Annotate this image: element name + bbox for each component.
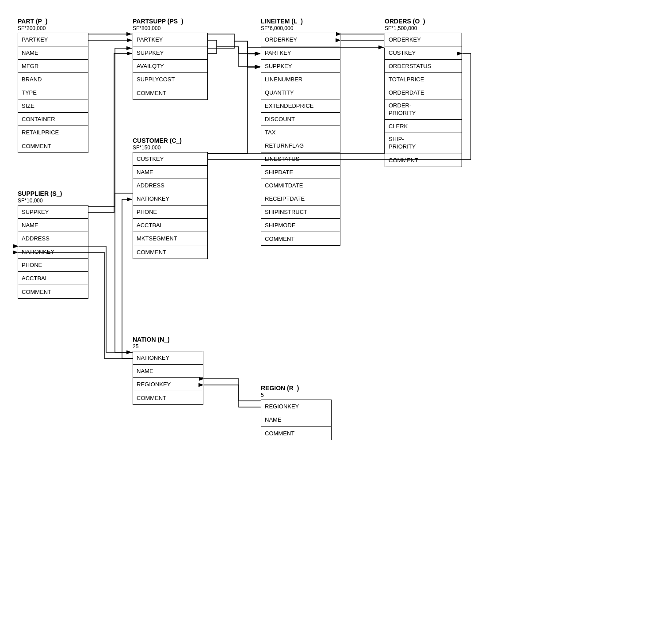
- region-fields: REGIONKEY NAME COMMENT: [261, 400, 332, 440]
- table-nation: NATION (N_) 25 NATIONKEY NAME REGIONKEY …: [133, 336, 203, 405]
- supplier-field-suppkey: SUPPKEY: [18, 206, 88, 219]
- lineitem-field-suppkey: SUPPKEY: [261, 60, 340, 73]
- region-field-regionkey: REGIONKEY: [261, 400, 331, 413]
- partsupp-field-suppkey: SUPPKEY: [133, 46, 207, 60]
- lineitem-field-shipmode: SHIPMODE: [261, 219, 340, 232]
- lineitem-field-quantity: QUANTITY: [261, 86, 340, 99]
- part-field-size: SIZE: [18, 99, 88, 113]
- lineitem-field-comment: COMMENT: [261, 232, 340, 245]
- lineitem-field-linenumber: LINENUMBER: [261, 73, 340, 86]
- part-field-name: NAME: [18, 46, 88, 60]
- orders-fields: ORDERKEY CUSTKEY ORDERSTATUS TOTALPRICE …: [385, 33, 462, 167]
- partsupp-fields: PARTKEY SUPPKEY AVAILQTY SUPPLYCOST COMM…: [133, 33, 208, 100]
- partsupp-field-comment: COMMENT: [133, 86, 207, 99]
- table-supplier: SUPPLIER (S_) SF*10,000 SUPPKEY NAME ADD…: [18, 190, 88, 299]
- lineitem-field-tax: TAX: [261, 126, 340, 139]
- supplier-field-address: ADDRESS: [18, 232, 88, 245]
- nation-field-comment: COMMENT: [133, 391, 203, 404]
- partsupp-field-availqty: AVAILQTY: [133, 60, 207, 73]
- lineitem-fields: ORDERKEY PARTKEY SUPPKEY LINENUMBER QUAN…: [261, 33, 340, 246]
- customer-sf: SF*150,000: [133, 145, 208, 151]
- customer-field-acctbal: ACCTBAL: [133, 219, 207, 232]
- part-field-container: CONTAINER: [18, 113, 88, 126]
- orders-sf: SF*1,500,000: [385, 25, 462, 31]
- arr-supplier-partsupp: [88, 53, 132, 213]
- nation-field-nationkey: NATIONKEY: [133, 351, 203, 365]
- customer-field-nationkey: NATIONKEY: [133, 192, 207, 206]
- part-title: PART (P_): [18, 18, 88, 25]
- part-field-retailprice: RETAILPRICE: [18, 126, 88, 139]
- supplier-fields: SUPPKEY NAME ADDRESS NATIONKEY PHONE ACC…: [18, 205, 88, 299]
- part-field-comment: COMMENT: [18, 139, 88, 152]
- orders-field-comment: COMMENT: [385, 153, 462, 167]
- customer-title: CUSTOMER (C_): [133, 137, 208, 144]
- region-sf: 5: [261, 392, 332, 398]
- region-title: REGION (R_): [261, 385, 332, 392]
- part-field-partkey: PARTKEY: [18, 33, 88, 46]
- customer-field-comment: COMMENT: [133, 245, 207, 259]
- orders-field-orderkey: ORDERKEY: [385, 33, 462, 46]
- lineitem-field-extendedprice: EXTENDEDPRICE: [261, 99, 340, 113]
- orders-title: ORDERS (O_): [385, 18, 462, 25]
- orders-field-shippriority: SHIP-PRIORITY: [385, 133, 462, 153]
- supplier-field-nationkey: NATIONKEY: [18, 245, 88, 259]
- arrow-region-nation-regionkey: [204, 379, 261, 401]
- supplier-field-name: NAME: [18, 219, 88, 232]
- supplier-sf: SF*10,000: [18, 198, 88, 204]
- customer-field-address: ADDRESS: [133, 179, 207, 192]
- table-partsupp: PARTSUPP (PS_) SF*800,000 PARTKEY SUPPKE…: [133, 18, 208, 100]
- customer-fields: CUSTKEY NAME ADDRESS NATIONKEY PHONE ACC…: [133, 152, 208, 259]
- arr-partsupp-lineitem-partkey: [217, 47, 260, 53]
- customer-field-mktsegment: MKTSEGMENT: [133, 232, 207, 245]
- lineitem-sf: SF*6,000,000: [261, 25, 340, 31]
- bracket-partsupp: [208, 34, 234, 48]
- part-field-type: TYPE: [18, 86, 88, 99]
- lineitem-field-returnflag: RETURNFLAG: [261, 139, 340, 152]
- arr-region-nation: [204, 385, 261, 407]
- orders-field-custkey: CUSTKEY: [385, 46, 462, 60]
- supplier-field-phone: PHONE: [18, 259, 88, 272]
- partsupp-sf: SF*800,000: [133, 25, 208, 31]
- supplier-field-acctbal: ACCTBAL: [18, 272, 88, 285]
- lineitem-field-linestatus: LINESTATUS: [261, 152, 340, 166]
- lineitem-field-discount: DISCOUNT: [261, 113, 340, 126]
- arr-nation-customer: [122, 199, 133, 358]
- supplier-title: SUPPLIER (S_): [18, 190, 88, 197]
- arrow-customer-nation-nationkey: [115, 193, 133, 352]
- orders-field-orderstatus: ORDERSTATUS: [385, 60, 462, 73]
- lineitem-field-shipinstruct: SHIPINSTRUCT: [261, 206, 340, 219]
- supplier-field-comment: COMMENT: [18, 285, 88, 298]
- region-field-comment: COMMENT: [261, 427, 331, 440]
- customer-field-phone: PHONE: [133, 206, 207, 219]
- nation-sf: 25: [133, 343, 203, 350]
- nation-fields: NATIONKEY NAME REGIONKEY COMMENT: [133, 351, 203, 405]
- orders-field-orderpriority: ORDER-PRIORITY: [385, 99, 462, 120]
- part-fields: PARTKEY NAME MFGR BRAND TYPE SIZE CONTAI…: [18, 33, 88, 153]
- orders-field-totalprice: TOTALPRICE: [385, 73, 462, 86]
- nation-field-regionkey: REGIONKEY: [133, 378, 203, 391]
- customer-field-custkey: CUSTKEY: [133, 152, 207, 166]
- part-field-brand: BRAND: [18, 73, 88, 86]
- table-part: PART (P_) SF*200,000 PARTKEY NAME MFGR B…: [18, 18, 88, 153]
- arrow-partsupp-lineitem-suppkey: [234, 41, 260, 67]
- part-field-mfgr: MFGR: [18, 60, 88, 73]
- part-sf: SF*200,000: [18, 25, 88, 31]
- partsupp-field-supplycost: SUPPLYCOST: [133, 73, 207, 86]
- customer-field-name: NAME: [133, 166, 207, 179]
- lineitem-field-partkey: PARTKEY: [261, 46, 340, 60]
- table-lineitem: LINEITEM (L_) SF*6,000,000 ORDERKEY PART…: [261, 18, 340, 246]
- nation-field-name: NAME: [133, 365, 203, 378]
- erd-diagram: PART (P_) SF*200,000 PARTKEY NAME MFGR B…: [0, 0, 672, 617]
- arr-partsupp-lineitem-suppkey: [217, 47, 260, 67]
- lineitem-title: LINEITEM (L_): [261, 18, 340, 25]
- orders-field-clerk: CLERK: [385, 120, 462, 133]
- lineitem-field-orderkey: ORDERKEY: [261, 33, 340, 46]
- table-region: REGION (R_) 5 REGIONKEY NAME COMMENT: [261, 385, 332, 440]
- lineitem-field-receiptdate: RECEIPTDATE: [261, 192, 340, 206]
- partsupp-field-partkey: PARTKEY: [133, 33, 207, 46]
- table-customer: CUSTOMER (C_) SF*150,000 CUSTKEY NAME AD…: [133, 137, 208, 259]
- table-orders: ORDERS (O_) SF*1,500,000 ORDERKEY CUSTKE…: [385, 18, 462, 167]
- lineitem-field-commitdate: COMMITDATE: [261, 179, 340, 192]
- nation-title: NATION (N_): [133, 336, 203, 343]
- arrow-supplier-partsupp-suppkey: [88, 48, 132, 206]
